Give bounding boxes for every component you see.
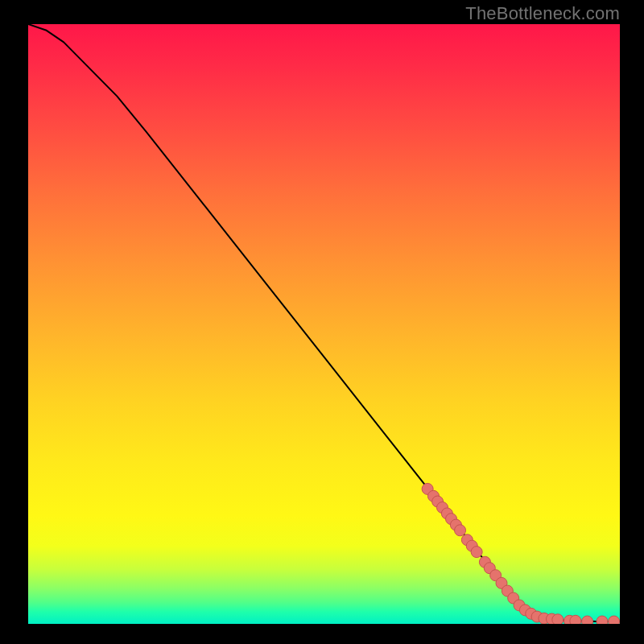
data-point (455, 525, 466, 536)
data-point (609, 616, 620, 624)
data-point (597, 616, 608, 624)
data-point (471, 547, 482, 558)
data-point (582, 616, 593, 624)
chart-overlay-svg (28, 24, 620, 624)
bottleneck-curve (28, 24, 620, 621)
attribution-text: TheBottleneck.com (465, 3, 620, 24)
chart-area (28, 24, 620, 624)
data-point (570, 615, 581, 624)
data-point (552, 614, 564, 624)
